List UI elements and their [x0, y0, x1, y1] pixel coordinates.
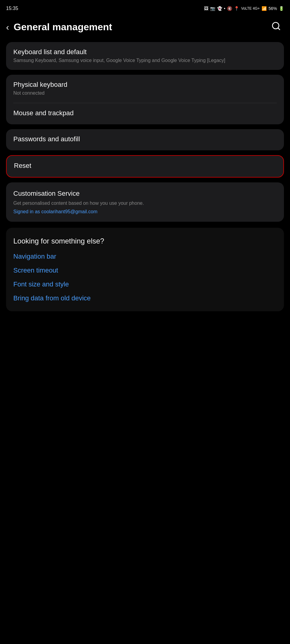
mute-icon: 🔇 — [227, 6, 232, 11]
signal-icon: 📶 — [262, 6, 267, 11]
customisation-desc: Get personalised content based on how yo… — [13, 200, 277, 207]
instagram-icon: 📷 — [210, 6, 215, 11]
status-bar: 15:35 🖼 📷 👻 • 🔇 📍 VoLTE 4G+ 📶 56% 🔋 — [0, 0, 290, 15]
looking-for-title: Looking for something else? — [13, 237, 277, 245]
location-icon: 📍 — [234, 6, 239, 11]
page-header: ‹ General management — [0, 15, 290, 42]
svg-line-1 — [278, 28, 280, 30]
settings-content: Keyboard list and default Samsung Keyboa… — [0, 42, 290, 311]
physical-keyboard-title: Physical keyboard — [13, 81, 277, 89]
back-button[interactable]: ‹ — [6, 22, 9, 32]
status-time: 15:35 — [6, 6, 18, 11]
input-devices-card: Physical keyboard Not connected Mouse an… — [6, 75, 284, 124]
search-button[interactable] — [271, 21, 281, 33]
customisation-title: Customisation Service — [13, 190, 277, 198]
customisation-service-card[interactable]: Customisation Service Get personalised c… — [6, 182, 284, 222]
snapchat-icon: 👻 — [217, 6, 222, 11]
screen-timeout-link[interactable]: Screen timeout — [13, 266, 277, 274]
reset-card[interactable]: Reset — [6, 155, 284, 178]
font-size-style-link[interactable]: Font size and style — [13, 280, 277, 288]
passwords-autofill-title: Passwords and autofill — [13, 135, 277, 143]
status-icons: 🖼 📷 👻 • 🔇 📍 VoLTE 4G+ 📶 56% 🔋 — [204, 6, 284, 11]
page-title: General management — [14, 21, 271, 33]
physical-keyboard-item[interactable]: Physical keyboard Not connected — [6, 75, 284, 103]
keyboard-list-title: Keyboard list and default — [13, 48, 277, 56]
battery-icon: 🔋 — [279, 6, 284, 11]
photo-icon: 🖼 — [204, 6, 208, 11]
keyboard-list-subtitle: Samsung Keyboard, Samsung voice input, G… — [13, 57, 277, 64]
dot-icon: • — [224, 6, 226, 11]
navigation-bar-link[interactable]: Navigation bar — [13, 253, 277, 260]
looking-for-section: Looking for something else? Navigation b… — [6, 228, 284, 311]
mouse-trackpad-item[interactable]: Mouse and trackpad — [6, 103, 284, 124]
reset-title: Reset — [14, 162, 276, 170]
keyboard-list-card[interactable]: Keyboard list and default Samsung Keyboa… — [6, 42, 284, 70]
battery-text: 56% — [269, 6, 277, 11]
passwords-autofill-card[interactable]: Passwords and autofill — [6, 129, 284, 150]
physical-keyboard-subtitle: Not connected — [13, 90, 277, 96]
mouse-trackpad-title: Mouse and trackpad — [13, 109, 277, 117]
customisation-signed-in: Signed in as coolarihant95@gmail.com — [13, 209, 277, 214]
bring-data-link[interactable]: Bring data from old device — [13, 294, 277, 302]
lte-icon: VoLTE 4G+ — [241, 6, 259, 11]
